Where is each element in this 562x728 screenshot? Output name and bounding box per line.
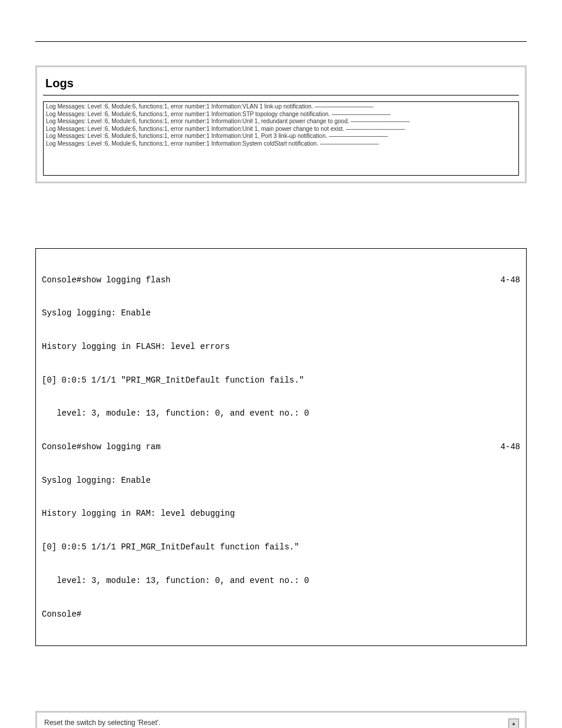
cli-text: Syslog logging: Enable	[42, 475, 151, 486]
logs-textarea[interactable]: Log Messages: Level :6, Module:6, functi…	[43, 101, 519, 176]
cli-output-logging: Console#show logging flash4-48 Syslog lo…	[35, 248, 527, 646]
scrollbar[interactable]: ▲ ▼	[508, 719, 518, 728]
log-entry: Log Messages: Level :6, Module:6, functi…	[46, 111, 516, 118]
log-entry: Log Messages: Level :6, Module:6, functi…	[46, 140, 516, 148]
log-entry: Log Messages: Level :6, Module:6, functi…	[46, 133, 516, 140]
cli-text: level: 3, module: 13, function: 0, and e…	[42, 408, 309, 419]
cli-page-ref: 4-48	[488, 275, 520, 286]
cli-text: Console#show logging ram	[42, 442, 161, 453]
cli-text: [0] 0:0:5 1/1/1 "PRI_MGR_InitDefault fun…	[42, 375, 304, 386]
reset-panel: Reset the switch by selecting 'Reset'. R…	[35, 711, 527, 728]
cli-text: Console#	[42, 609, 81, 620]
log-entry: Log Messages: Level :6, Module:6, functi…	[46, 103, 516, 111]
cli-page-ref: 4-48	[488, 442, 520, 453]
log-entry: Log Messages: Level :6, Module:6, functi…	[46, 126, 516, 133]
cli-text: Syslog logging: Enable	[42, 308, 151, 319]
cli-text: History logging in RAM: level debugging	[42, 508, 235, 519]
log-entry: Log Messages: Level :6, Module:6, functi…	[46, 118, 516, 126]
cli-text: level: 3, module: 13, function: 0, and e…	[42, 575, 309, 587]
page-header-rule	[35, 41, 527, 42]
logs-panel: Logs Log Messages: Level :6, Module:6, f…	[35, 65, 527, 183]
reset-instruction: Reset the switch by selecting 'Reset'.	[44, 719, 503, 727]
cli-text: History logging in FLASH: level errors	[42, 341, 230, 353]
logs-panel-title: Logs	[43, 73, 519, 90]
cli-text: Console#show logging flash	[42, 275, 170, 286]
scroll-up-icon[interactable]: ▲	[508, 719, 519, 728]
cli-text: [0] 0:0:5 1/1/1 PRI_MGR_InitDefault func…	[42, 542, 299, 553]
